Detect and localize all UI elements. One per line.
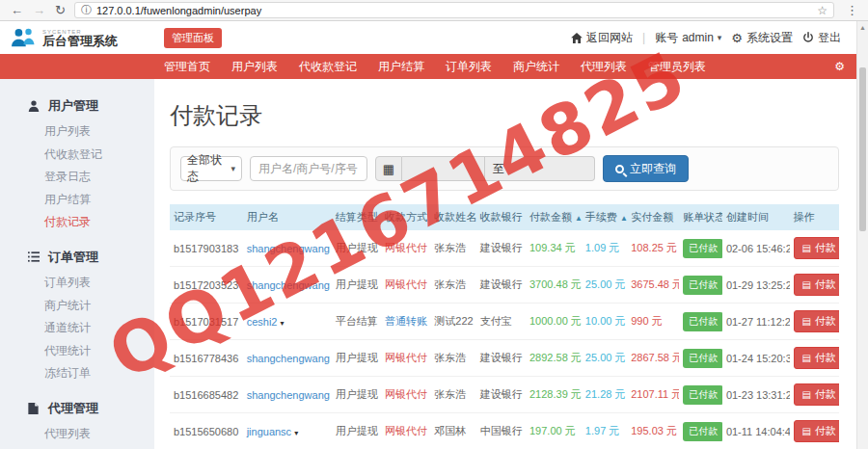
cell-pay-amount: 197.00 元 [526,413,582,449]
calendar-icon[interactable]: ▦ [375,156,402,181]
sidebar-item-payment-records[interactable]: 付款记录 [0,211,154,234]
pay-button[interactable]: ▤ 付款 [794,274,839,296]
date-start-input[interactable] [402,156,485,181]
pay-button[interactable]: ▤ 付款 [794,347,839,369]
sidebar-item-collection-register[interactable]: 代收款登记 [0,144,154,167]
status-badge: 已付款 [683,349,722,368]
nav-item-user-settle[interactable]: 用户结算 [378,59,424,75]
sidebar-item-agent-stats[interactable]: 代理统计 [0,340,154,363]
keyword-input[interactable] [250,156,367,181]
cell-fee: 25.00 元 [582,340,627,377]
system-settings-link[interactable]: ⚙ 系统设置 [731,30,793,46]
account-menu[interactable]: 账号 admin ▾ [655,30,721,46]
nav-item-home[interactable]: 管理首页 [164,59,210,75]
cell-pay-amount: 1000.00 元 [526,304,582,340]
payment-table: 记录序号 用户名 结算类型 收款方式 收款姓名 收款银行 付款金额 ▲ 手续费 … [170,204,839,449]
sidebar-item-merchant-stats[interactable]: 商户统计 [0,295,154,318]
col-pay-amount[interactable]: 付款金额 ▲ [526,204,582,230]
logout-link[interactable]: 登出 [802,30,841,46]
username-link[interactable]: shangchengwang [247,279,330,291]
username-link[interactable]: ceshi2 [247,316,278,328]
sidebar-item-order-list[interactable]: 订单列表 [0,272,154,295]
col-pay-method: 收款方式 [381,204,430,230]
pay-button[interactable]: ▤ 付款 [794,310,839,332]
cell-record-id: b1517031517 [170,304,243,340]
power-icon [802,32,814,43]
cell-payee-bank: 中国银行 [476,413,526,449]
bookmark-star-icon[interactable]: ☆ [817,4,827,17]
cell-username: shangchengwang▾ [243,230,332,267]
cell-actual-amount: 990 元 [627,304,679,340]
cell-fee: 10.00 元 [582,304,627,340]
table-row: b1515650680 jinguansc▾ 用户提现 网银代付 邓国林 中国银… [170,413,839,449]
address-bar[interactable]: ⓘ 127.0.0.1/fuwenlongadmin/userpay ☆ [74,2,834,18]
status-badge: 已付款 [683,422,722,441]
cell-actions: ▤ 付款 [790,304,839,340]
page-info-icon[interactable]: ⓘ [81,3,92,17]
nav-gear-icon[interactable]: ⚙ [834,60,845,73]
sidebar-item-user-settle[interactable]: 用户结算 [0,189,154,212]
scrollbar-up-icon[interactable]: ▲ [857,24,868,31]
header-divider: | [642,31,645,44]
nav-item-agent-list[interactable]: 代理列表 [581,59,627,75]
pay-card-icon: ▤ [802,244,811,253]
nav-item-user-list[interactable]: 用户列表 [231,59,278,75]
cell-record-id: b1516685482 [170,377,243,413]
col-fee[interactable]: 手续费 ▲ [582,204,627,230]
cell-actions: ▤ 付款 [790,340,839,377]
sidebar-section-orders: 订单管理 [0,244,154,272]
browser-refresh-button[interactable]: ↻ [55,4,66,16]
browser-menu-icon[interactable]: ⋮ [846,3,858,17]
cell-payee-bank: 建设银行 [476,340,526,377]
pay-card-icon: ▤ [802,390,811,400]
username-link[interactable]: shangchengwang [247,243,330,254]
nav-item-collection-register[interactable]: 代收款登记 [299,59,357,75]
sidebar: 用户管理 用户列表 代收款登记 登录日志 用户结算 付款记录 订单管理 订单列表… [0,79,154,449]
cell-fee: 25.00 元 [582,267,627,304]
scrollbar-thumb[interactable] [859,67,866,231]
back-to-site-link[interactable]: 返回网站 [571,30,633,46]
cell-created-time: 02-06 15:46:23 [722,230,790,267]
main-content: 付款记录 全部状态 ▾ ▦ 至 立即查询 [154,79,868,449]
pay-button[interactable]: ▤ 付款 [794,383,839,406]
sidebar-item-frozen-orders[interactable]: 冻结订单 [0,362,154,385]
page-title: 付款记录 [170,100,839,131]
status-select[interactable]: 全部状态 ▾ [180,156,242,181]
cell-username: shangchengwang▾ [243,267,332,304]
sidebar-item-channel-stats[interactable]: 通道统计 [0,317,154,340]
page-scrollbar[interactable]: ▲ [856,21,868,449]
home-icon [571,33,583,43]
browser-forward-button[interactable]: → [33,4,45,16]
cell-actual-amount: 2867.58 元 [627,340,679,377]
cell-pay-method: 网银代付 [381,230,430,267]
col-settle-type: 结算类型 [332,204,381,230]
sidebar-item-agent-login-log[interactable]: 登录日志 [0,446,154,449]
cell-actions: ▤ 付款 [790,230,839,267]
cell-payee-name: 张东浩 [430,230,475,267]
pay-button[interactable]: ▤ 付款 [794,237,839,259]
pay-button[interactable]: ▤ 付款 [794,420,839,442]
sidebar-item-login-log[interactable]: 登录日志 [0,166,154,189]
cell-username: ceshi2▾ [243,304,332,340]
browser-back-button[interactable]: ← [11,4,23,16]
sidebar-item-agent-list[interactable]: 代理列表 [0,423,154,446]
url-text: 127.0.0.1/fuwenlongadmin/userpay [96,5,817,16]
cell-actual-amount: 3675.48 元 [627,267,679,304]
date-end-input[interactable] [512,156,595,181]
cell-payee-bank: 建设银行 [476,230,526,267]
nav-item-merchant-stats[interactable]: 商户统计 [513,59,559,75]
chevron-down-icon: ▾ [718,33,722,42]
sidebar-item-user-list[interactable]: 用户列表 [0,120,154,144]
status-badge: 已付款 [683,385,722,405]
sort-asc-icon: ▲ [575,214,582,223]
list-icon [27,251,40,263]
nav-item-admin-list[interactable]: 管理员列表 [648,59,706,75]
col-bill-status: 账单状态 [679,204,722,230]
nav-item-order-list[interactable]: 订单列表 [446,59,492,75]
search-button[interactable]: 立即查询 [603,155,689,182]
cell-record-id: b1516778436 [170,340,243,377]
cell-created-time: 01-24 15:20:36 [722,340,790,377]
username-link[interactable]: shangchengwang [247,389,330,401]
username-link[interactable]: jinguansc [247,426,291,437]
username-link[interactable]: shangchengwang [247,353,330,364]
